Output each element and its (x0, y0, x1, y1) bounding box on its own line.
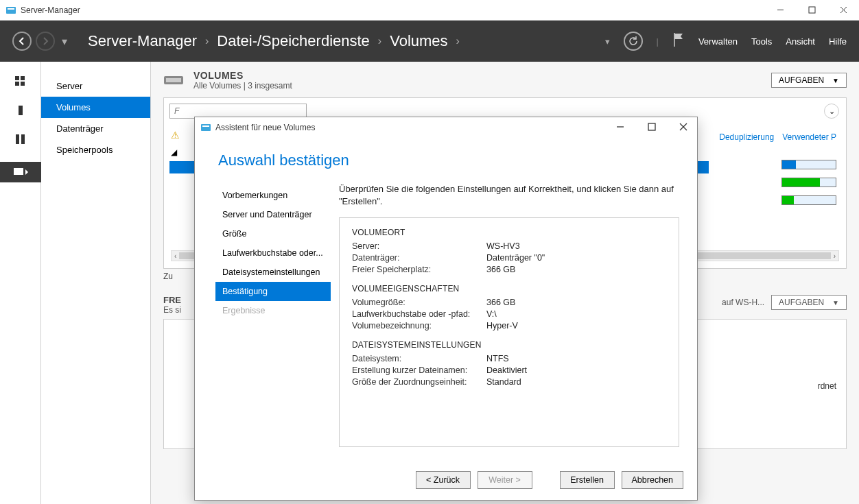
svg-rect-17 (201, 124, 211, 131)
svg-rect-16 (166, 78, 181, 82)
dropdown-caret-icon[interactable]: ▾ (605, 36, 610, 47)
breadcrumb-item[interactable]: Server-Manager (88, 32, 197, 50)
nav-dropdown-icon[interactable]: ▾ (62, 35, 67, 48)
summary-row: Dateisystem:NTFS (352, 354, 666, 363)
aufgaben-button-2[interactable]: AUFGABEN ▼ (771, 295, 847, 310)
rail-dashboard-icon[interactable] (14, 75, 27, 88)
sidebar-item-volumes[interactable]: Volumes (41, 97, 150, 118)
menu-ansicht[interactable]: Ansicht (786, 36, 815, 47)
disk-icon (163, 73, 184, 87)
cancel-button[interactable]: Abbrechen (622, 471, 683, 489)
summary-row: Volumebezeichnung:Hyper-V (352, 321, 666, 331)
header: ▾ Server-Manager › Datei-/Speicherdienst… (0, 21, 859, 62)
wizard-close-button[interactable] (675, 121, 692, 134)
summary-value: NTFS (486, 354, 509, 363)
create-button[interactable]: Erstellen (560, 471, 615, 489)
summary-label: Laufwerkbuchstabe oder -pfad: (352, 309, 486, 319)
summary-label: Größe der Zuordnungseinheit: (352, 377, 486, 387)
menu-tools[interactable]: Tools (751, 36, 772, 47)
summary-value: Hyper-V (486, 321, 518, 331)
notifications-flag-icon[interactable] (672, 32, 685, 51)
summary-value: Deaktiviert (486, 365, 527, 375)
svg-rect-7 (15, 76, 19, 80)
back-button[interactable]: < Zurück (416, 471, 471, 489)
sidebar-item-speicherpools[interactable]: Speicherpools (41, 139, 150, 160)
breadcrumb-item[interactable]: Volumes (390, 32, 447, 50)
col-verwendeter[interactable]: Verwendeter P (782, 132, 836, 142)
volumes-subtitle: Alle Volumes | 3 insgesamt (193, 81, 292, 91)
aufgaben-button[interactable]: AUFGABEN ▼ (771, 73, 847, 88)
wizard-step[interactable]: Dateisystemeinstellungen (215, 263, 331, 282)
svg-rect-18 (202, 125, 209, 127)
col-deduplizierung[interactable]: Deduplizierung (719, 132, 774, 142)
summary-label: Dateisystem: (352, 354, 486, 363)
summary-row: Volumegröße:366 GB (352, 298, 666, 307)
column-links: Deduplizierung Verwendeter P (719, 132, 836, 142)
wizard-step[interactable]: Größe (215, 224, 331, 243)
summary-label: Volumebezeichnung: (352, 321, 486, 331)
svg-rect-10 (21, 82, 25, 86)
new-volume-wizard: Assistent für neue Volumes Auswahl bestä… (194, 117, 698, 501)
next-button: Weiter > (478, 471, 532, 489)
summary-row: Erstellung kurzer Dateinamen:Deaktiviert (352, 365, 666, 375)
summary-row: Größe der Zuordnungseinheit:Standard (352, 377, 666, 387)
scroll-right-icon[interactable]: › (834, 252, 836, 260)
wizard-step: Ergebnisse (215, 301, 331, 320)
nav-back-button[interactable] (12, 32, 32, 51)
refresh-button[interactable] (624, 32, 643, 51)
wizard-step[interactable]: Vorbemerkungen (215, 186, 331, 205)
wizard-title: Assistent für neue Volumes (215, 123, 315, 132)
summary-value: Standard (486, 377, 521, 387)
window-title-bar: Server-Manager (0, 0, 859, 21)
summary-value: 366 GB (486, 298, 515, 307)
summary-section-title: VOLUMEORT (352, 228, 666, 237)
freigaben-context: auf WS-H... (722, 298, 764, 307)
minimize-button[interactable] (764, 0, 796, 21)
summary-label: Erstellung kurzer Dateinamen: (352, 365, 486, 375)
menu-hilfe[interactable]: Hilfe (829, 36, 847, 47)
sidebar-item-server[interactable]: Server (41, 75, 150, 97)
svg-rect-3 (809, 7, 815, 13)
svg-rect-8 (21, 76, 25, 80)
summary-row: Laufwerkbuchstabe oder -pfad:V:\ (352, 309, 666, 319)
svg-rect-1 (8, 8, 14, 10)
wizard-step[interactable]: Bestätigung (215, 282, 331, 301)
expand-toggle-icon[interactable]: ⌄ (824, 104, 839, 119)
maximize-button[interactable] (796, 0, 827, 21)
aufgaben-label: AUFGABEN (779, 75, 824, 85)
app-icon (5, 5, 16, 16)
wizard-minimize-button[interactable] (612, 121, 628, 134)
aufgaben-label: AUFGABEN (779, 298, 824, 307)
svg-rect-14 (14, 168, 23, 175)
chevron-right-icon: › (456, 35, 460, 47)
summary-section-title: DATEISYSTEMEINSTELLUNGEN (352, 340, 666, 350)
window-title: Server-Manager (21, 5, 764, 15)
svg-rect-20 (648, 123, 655, 130)
wizard-title-bar: Assistent für neue Volumes (195, 117, 697, 138)
divider: | (657, 36, 659, 47)
wizard-maximize-button[interactable] (644, 121, 660, 134)
wizard-summary: VOLUMEORTServer:WS-HV3Datenträger:Datent… (339, 217, 679, 447)
wizard-step[interactable]: Server und Datenträger (215, 205, 331, 224)
collapse-triangle-icon[interactable]: ◢ (171, 147, 177, 157)
wizard-step[interactable]: Laufwerkbuchstabe oder... (215, 243, 331, 263)
wizard-footer: < Zurück Weiter > Erstellen Abbrechen (195, 463, 697, 500)
rail-storage-icon[interactable] (0, 162, 41, 182)
breadcrumb: Server-Manager › Datei-/Speicherdienste … (88, 32, 460, 50)
close-button[interactable] (827, 0, 859, 21)
breadcrumb-item[interactable]: Datei-/Speicherdienste (217, 32, 370, 50)
summary-label: Freier Speicherplatz: (352, 265, 486, 274)
rail-server-icon[interactable] (14, 104, 27, 117)
warning-icon: ⚠ (171, 130, 180, 141)
sidebar-item-datentraeger[interactable]: Datenträger (41, 118, 150, 139)
menu-verwalten[interactable]: Verwalten (698, 36, 738, 47)
summary-row: Freier Speicherplatz:366 GB (352, 265, 666, 274)
volumes-title: VOLUMES (193, 70, 292, 81)
chevron-right-icon: › (205, 35, 209, 47)
svg-rect-0 (6, 7, 16, 14)
scroll-left-icon[interactable]: ‹ (174, 252, 176, 260)
rail-servers-icon[interactable] (14, 133, 27, 145)
summary-label: Datenträger: (352, 253, 486, 263)
freigaben-subtitle: Es si (163, 305, 181, 315)
panel2-text: rdnet (818, 381, 836, 391)
